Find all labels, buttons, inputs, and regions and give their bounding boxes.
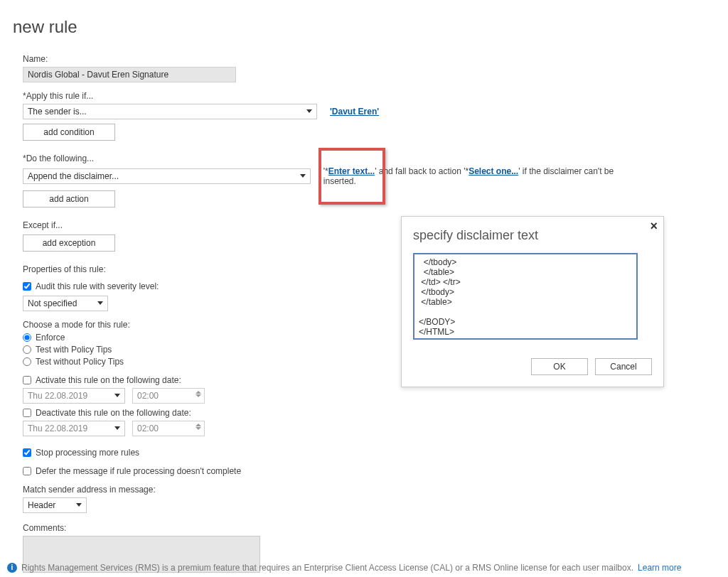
select-one-link[interactable]: Select one...: [469, 166, 518, 176]
deactivate-label: Deactivate this rule on the following da…: [36, 408, 191, 418]
stop-processing-row[interactable]: Stop processing more rules: [23, 448, 641, 458]
audit-checkbox[interactable]: [23, 282, 31, 291]
deactivate-time-value: 02:00: [137, 424, 159, 433]
stop-processing-checkbox[interactable]: [23, 448, 31, 457]
chevron-down-icon: [114, 426, 120, 430]
sender-value: 'Davut Eren': [330, 107, 379, 117]
footer-info-bar: i Rights Management Services (RMS) is a …: [7, 563, 721, 573]
audit-label: Audit this rule with severity level:: [36, 281, 159, 291]
do-following-select-value: Append the disclaimer...: [28, 171, 119, 181]
dialog-title: specify disclaimer text: [413, 228, 652, 243]
severity-select-value: Not specified: [28, 298, 77, 308]
spinner-up-icon[interactable]: [196, 424, 201, 426]
match-sender-value: Header: [28, 500, 55, 510]
chevron-down-icon: [114, 394, 120, 397]
deactivate-time-input[interactable]: 02:00: [132, 421, 205, 436]
mode-noop-label: Test without Policy Tips: [36, 357, 124, 367]
activate-time-value: 02:00: [137, 391, 159, 401]
mode-policytips-radio[interactable]: [23, 345, 31, 354]
chevron-down-icon: [76, 503, 82, 507]
defer-checkbox[interactable]: [23, 467, 31, 475]
deactivate-date-select[interactable]: Thu 22.08.2019: [23, 421, 125, 436]
mode-noop-radio[interactable]: [23, 357, 31, 366]
disclaimer-textarea[interactable]: [413, 253, 638, 340]
name-label: Name:: [23, 54, 641, 64]
dialog-cancel-button[interactable]: Cancel: [595, 358, 652, 375]
sender-link[interactable]: 'Davut Eren': [330, 107, 379, 117]
deactivate-checkbox[interactable]: [23, 409, 31, 417]
deactivate-date-value: Thu 22.08.2019: [28, 424, 87, 433]
add-condition-button[interactable]: add condition: [23, 124, 115, 141]
defer-row[interactable]: Defer the message if rule processing doe…: [23, 466, 641, 476]
footer-info-text: Rights Management Services (RMS) is a pr…: [21, 563, 633, 573]
defer-label: Defer the message if rule processing doe…: [36, 466, 241, 476]
dialog-ok-button[interactable]: OK: [531, 358, 588, 375]
do-following-select[interactable]: Append the disclaimer...: [23, 168, 311, 184]
chevron-down-icon: [97, 301, 103, 305]
comments-label: Comments:: [23, 523, 641, 533]
activate-date-value: Thu 22.08.2019: [28, 391, 87, 401]
disclaimer-dialog: × specify disclaimer text OK Cancel: [401, 216, 664, 387]
add-exception-button[interactable]: add exception: [23, 234, 115, 252]
deactivate-checkbox-row[interactable]: Deactivate this rule on the following da…: [23, 408, 641, 418]
mode-enforce-label: Enforce: [36, 333, 65, 343]
action-detail-text: '*Enter text...' and fall back to action…: [323, 166, 641, 186]
activate-date-select[interactable]: Thu 22.08.2019: [23, 388, 125, 404]
chevron-down-icon: [306, 109, 312, 113]
dialog-close-button[interactable]: ×: [650, 221, 658, 231]
spinner-up-icon[interactable]: [196, 391, 201, 394]
do-following-label: *Do the following...: [23, 153, 641, 163]
page-title: new rule: [13, 17, 715, 37]
activate-checkbox[interactable]: [23, 376, 31, 384]
mode-enforce-radio[interactable]: [23, 333, 31, 342]
severity-select[interactable]: Not specified: [23, 296, 108, 311]
info-icon: i: [7, 563, 17, 573]
apply-rule-select[interactable]: The sender is...: [23, 104, 317, 119]
enter-text-link[interactable]: Enter text...: [328, 166, 375, 176]
stop-processing-label: Stop processing more rules: [36, 448, 139, 458]
match-sender-select[interactable]: Header: [23, 497, 87, 513]
rule-name-input[interactable]: Nordis Global - Davut Eren Signature: [23, 67, 236, 82]
learn-more-link[interactable]: Learn more: [638, 563, 681, 573]
activate-time-input[interactable]: 02:00: [132, 388, 205, 404]
activate-label: Activate this rule on the following date…: [36, 375, 181, 385]
apply-rule-label: *Apply this rule if...: [23, 91, 641, 101]
mode-policytips-label: Test with Policy Tips: [36, 345, 112, 355]
add-action-button[interactable]: add action: [23, 190, 115, 207]
spinner-down-icon[interactable]: [196, 427, 201, 430]
apply-rule-select-value: The sender is...: [28, 107, 87, 117]
spinner-down-icon[interactable]: [196, 394, 201, 397]
match-sender-label: Match sender address in message:: [23, 485, 641, 495]
chevron-down-icon: [300, 174, 306, 178]
